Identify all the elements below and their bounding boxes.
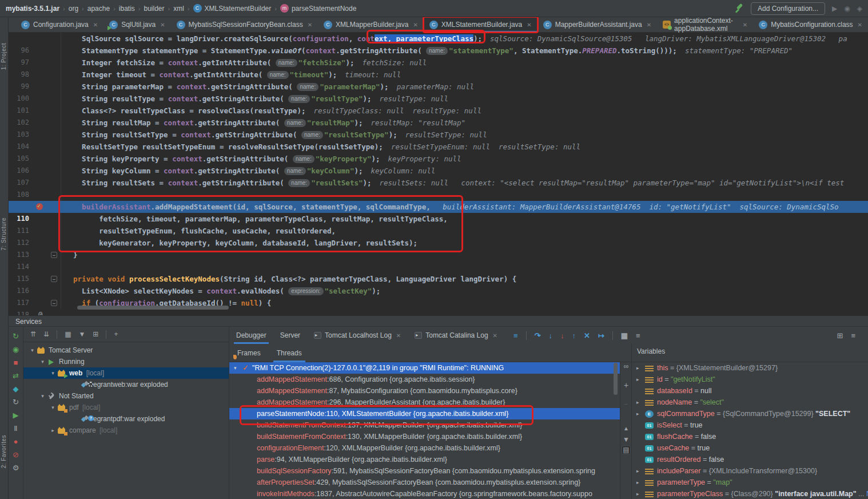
services-panel-header[interactable]: Services — [9, 315, 868, 327]
code-editor[interactable]: 96 @ SqlSource sqlSource = langDriver.cr… — [9, 33, 868, 315]
editor-gutter[interactable]: 117 @ — [9, 285, 61, 297]
rerun-icon[interactable]: ↻ — [11, 332, 21, 340]
chevron-right-icon[interactable]: ▸ — [636, 408, 645, 419]
resume-icon[interactable]: ▶ — [11, 411, 21, 419]
stack-frame-row[interactable]: ▾ ✓ afterPropertiesSet:429, MybatisSqlSe… — [229, 477, 620, 488]
horizontal-scrollbar[interactable] — [77, 306, 229, 310]
debugger-tab[interactable]: Debugger ✕ — [229, 327, 273, 344]
close-icon[interactable]: ✕ — [527, 22, 531, 28]
chevron-right-icon[interactable]: ▸ — [636, 362, 645, 374]
editor-gutter[interactable]: 116 @ — [9, 273, 61, 285]
settings-icon[interactable]: ⚙ — [11, 464, 21, 472]
stack-frame-row[interactable]: ▾ ✓ buildStatementFromContext:137, XMLMa… — [229, 419, 620, 431]
open-in-new-frame-icon[interactable]: ⊞ — [93, 330, 98, 338]
close-icon[interactable]: ✕ — [743, 22, 747, 28]
editor-gutter[interactable]: 103 @ — [9, 117, 61, 129]
variable-row[interactable]: databaseId = null — [632, 385, 868, 397]
editor-gutter[interactable]: 104 @ — [9, 129, 61, 141]
debug-bug-icon[interactable]: ◉ — [11, 346, 21, 354]
debugger-tab[interactable]: Tomcat Catalina Log ✕ — [408, 327, 504, 344]
close-icon[interactable]: ✕ — [493, 332, 497, 339]
fold-marker-icon[interactable] — [51, 300, 57, 306]
editor-tab[interactable]: MybatisConfiguration.class ✕ — [753, 17, 868, 32]
debugger-subtab[interactable]: Frames — [229, 344, 269, 362]
debugger-tab[interactable]: Tomcat Localhost Log ✕ — [307, 327, 408, 344]
pause-icon[interactable]: Ⅱ — [11, 425, 21, 433]
variable-row[interactable]: ▸ this = {XMLStatementBuilder@15297} — [632, 362, 868, 374]
chevron-down-icon[interactable]: ▾ — [234, 362, 242, 374]
copy-stack-icon[interactable]: ▤ — [622, 446, 631, 454]
close-icon[interactable]: ✕ — [308, 22, 312, 28]
breadcrumb-item[interactable]: › C m parseStatementNode — [271, 4, 356, 13]
breadcrumb-item[interactable]: › C m mybatis-3.5.1.jar — [6, 5, 59, 13]
stop-icon[interactable]: ■ — [11, 359, 21, 367]
editor-tab[interactable]: applicationContext-appDatabase.xml ✕ — [657, 17, 753, 32]
run-to-cursor-icon[interactable]: ↦ — [598, 331, 604, 340]
breadcrumb-item[interactable]: › C m org — [59, 5, 78, 13]
layout-settings-icon[interactable]: ≡ — [636, 331, 640, 340]
debug-icon[interactable]: ◉ — [844, 5, 850, 13]
step-over-icon[interactable]: ↷ — [535, 331, 541, 340]
step-out-icon[interactable]: ↑ — [572, 331, 576, 340]
editor-gutter[interactable]: 106 @ — [9, 153, 61, 165]
sidebar-favorites-button[interactable]: 2: Favorites — [1, 435, 7, 468]
group-by-icon[interactable]: ▦ — [65, 330, 71, 338]
stack-frame-row[interactable]: ▾ ✓ addMappedStatement:87, MybatisConfig… — [229, 385, 620, 397]
editor-tab[interactable]: MapperBuilderAssistant.java ✕ — [537, 17, 657, 32]
breadcrumb-item[interactable]: › C m apache — [78, 5, 110, 13]
restart-server-icon[interactable]: ⇄ — [11, 372, 21, 380]
mute-breakpoints-icon[interactable]: ⊘ — [11, 451, 21, 459]
breakpoints-icon[interactable]: ◆ — [11, 385, 21, 393]
evaluate-expression-icon[interactable]: ▦ — [621, 331, 628, 340]
variable-row[interactable]: ▸ nodeName = "select" — [632, 397, 868, 408]
variable-row[interactable]: ▸ parameterTypeClass = {Class@290} "inte… — [632, 488, 868, 499]
remove-watch-icon[interactable]: − — [622, 401, 631, 407]
tree-row[interactable]: ▾ Running — [23, 356, 229, 367]
chevron-right-icon[interactable]: ▸ — [636, 374, 645, 385]
editor-tab[interactable]: XMLStatementBuilder.java ✕ — [424, 17, 537, 32]
chevron-right-icon[interactable]: ▸ — [636, 477, 645, 488]
frames-scrollbar[interactable] — [614, 363, 618, 395]
close-icon[interactable]: ✕ — [396, 332, 401, 339]
editor-gutter[interactable]: 107 @ — [9, 165, 61, 177]
breadcrumb-item[interactable]: › C m XMLStatementBuilder — [184, 4, 271, 13]
close-icon[interactable]: ✕ — [647, 22, 651, 28]
chevron-right-icon[interactable]: ▸ — [636, 488, 645, 499]
editor-gutter[interactable]: 97 @ — [9, 45, 61, 57]
stack-frame-row[interactable]: ▾ ✓ configurationElement:120, XMLMapperB… — [229, 442, 620, 454]
scroll-down-icon[interactable]: ▼ — [622, 435, 631, 443]
editor-gutter[interactable]: 100 @ — [9, 81, 61, 93]
editor-tab[interactable]: SqlUtil.java ✕ — [103, 17, 170, 32]
editor-gutter[interactable]: 98 @ — [9, 57, 61, 69]
add-watch-icon[interactable]: + — [622, 381, 631, 390]
close-icon[interactable]: ✕ — [93, 22, 98, 28]
step-into-icon[interactable]: ↓ — [549, 331, 553, 340]
breadcrumb-item[interactable]: › C m builder — [135, 5, 165, 13]
variable-row[interactable]: useCache = true — [632, 442, 868, 454]
build-hammer-icon[interactable] — [735, 4, 744, 13]
collapse-all-icon[interactable]: ⇊ — [43, 330, 49, 338]
editor-gutter[interactable]: 101 @ — [9, 93, 61, 105]
breadcrumb-item[interactable]: › C m ibatis — [110, 5, 135, 13]
editor-gutter[interactable]: 118 @ — [9, 297, 61, 309]
tree-row[interactable]: ▾ Tomcat Server — [23, 344, 229, 356]
variable-row[interactable]: ▸ parameterType = "map" — [632, 477, 868, 488]
sidebar-project-button[interactable]: 1: Project — [1, 43, 7, 70]
debugger-subtab[interactable]: Threads — [269, 344, 310, 362]
stack-frame-row[interactable]: ▾ ✓ addMappedStatement:686, Configuratio… — [229, 374, 620, 385]
fold-marker-icon[interactable] — [51, 252, 57, 258]
force-step-into-icon[interactable]: ↓ — [560, 331, 564, 340]
tree-row[interactable]: ▾ Not Started — [23, 390, 229, 402]
variable-row[interactable]: ▸ includeParser = {XMLIncludeTransformer… — [632, 465, 868, 477]
console-grid-icon[interactable]: ⊞ — [837, 331, 843, 340]
stack-frame-row[interactable]: ▾ ✓ "RMI TCP Connection(2)-127.0.0.1"@2,… — [229, 362, 620, 374]
chevron-right-icon[interactable]: ▸ — [636, 397, 645, 408]
add-service-icon[interactable]: + — [114, 330, 118, 338]
add-configuration-button[interactable]: Add Configuration... — [751, 2, 825, 15]
debugger-tab[interactable]: Server ✕ — [273, 327, 307, 344]
drop-frame-icon[interactable]: ✕ — [584, 331, 590, 340]
profiler-icon[interactable]: ◈ — [857, 5, 862, 13]
stack-frame-row[interactable]: ▾ ✓ parse:94, XMLMapperBuilder {org.apac… — [229, 454, 620, 465]
close-icon[interactable]: ✕ — [413, 22, 417, 28]
editor-gutter[interactable]: 115 @ — [9, 261, 61, 273]
